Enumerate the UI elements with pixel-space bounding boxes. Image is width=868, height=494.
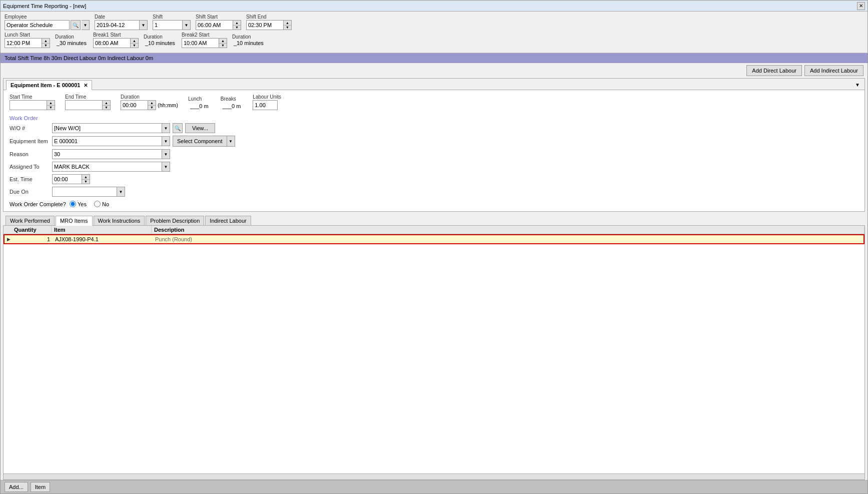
start-time-up[interactable]: ▲ (47, 101, 55, 106)
lunch-start-down[interactable]: ▼ (42, 44, 50, 48)
break2-start-down[interactable]: ▼ (219, 44, 227, 48)
select-component-dropdown-icon[interactable]: ▼ (227, 136, 235, 147)
est-time-input[interactable] (52, 174, 82, 184)
assigned-to-input[interactable] (52, 162, 162, 172)
reason-row: Reason ▼ (10, 149, 858, 159)
equipment-content: Start Time ▲ ▼ End Time ▲ (4, 90, 864, 211)
break2-start-up[interactable]: ▲ (219, 39, 227, 44)
footer-item-button[interactable]: Item (31, 482, 50, 492)
bottom-tab-indirect-labour[interactable]: Indirect Labour (205, 216, 251, 225)
bottom-tab-work-instructions[interactable]: Work Instructions (94, 216, 145, 225)
due-on-input[interactable] (52, 187, 117, 197)
shift-start-down[interactable]: ▼ (233, 26, 241, 30)
work-order-label[interactable]: Work Order (10, 115, 858, 121)
equipment-item-input[interactable] (52, 136, 162, 146)
break1-start-input[interactable] (93, 38, 131, 48)
date-input-area: ▼ (95, 20, 148, 30)
break1-start-down[interactable]: ▼ (131, 44, 138, 48)
reason-input[interactable] (52, 149, 162, 159)
equipment-item-dropdown-icon[interactable]: ▼ (162, 136, 170, 146)
wo-complete-yes-radio[interactable]: Yes (70, 201, 87, 207)
duration-label: Duration (121, 94, 178, 100)
shift-input-area: ▼ (153, 20, 191, 30)
wo-complete-radio-group: Yes No (70, 201, 109, 207)
date-input[interactable] (95, 20, 140, 30)
bottom-tab-work-performed[interactable]: Work Performed (6, 216, 55, 225)
duration-up[interactable]: ▲ (148, 101, 156, 106)
break1-duration-label: Duration (144, 34, 177, 40)
break1-start-up[interactable]: ▲ (131, 39, 138, 44)
grid-col-description: Description (152, 226, 864, 234)
due-on-dropdown-icon[interactable]: ▼ (117, 187, 125, 197)
shift-start-up[interactable]: ▲ (233, 21, 241, 26)
grid-header-row: Quantity Item Description (4, 226, 864, 234)
select-component-area: Select Component ▼ (173, 136, 235, 147)
date-dropdown-icon[interactable]: ▼ (140, 20, 148, 30)
shift-end-up[interactable]: ▲ (284, 21, 291, 26)
duration-unit-label: (hh:mm) (158, 102, 178, 108)
employee-dropdown-icon[interactable]: ▼ (82, 20, 90, 30)
shift-end-input[interactable] (246, 20, 284, 30)
end-time-down[interactable]: ▼ (103, 106, 110, 110)
tab-panel-dropdown-icon[interactable]: ▼ (853, 81, 862, 89)
date-label: Date (95, 14, 148, 20)
lunch-start-spinner[interactable]: ▲ ▼ (42, 38, 50, 48)
wo-complete-yes-input[interactable] (70, 201, 76, 207)
break1-start-spinner[interactable]: ▲ ▼ (131, 38, 139, 48)
est-time-row: Est. Time ▲ ▼ (10, 174, 858, 184)
reason-dropdown-icon[interactable]: ▼ (162, 149, 170, 159)
end-time-up[interactable]: ▲ (103, 101, 110, 106)
lunch-start-up[interactable]: ▲ (42, 39, 50, 44)
start-time-spinner[interactable]: ▲ ▼ (47, 100, 55, 110)
duration-input[interactable] (121, 100, 148, 110)
assigned-to-dropdown-icon[interactable]: ▼ (162, 162, 170, 172)
shift-end-down[interactable]: ▼ (284, 26, 291, 30)
equipment-tab[interactable]: Equipment Item - E 000001 ✕ (6, 80, 92, 90)
footer-add-button[interactable]: Add... (5, 482, 28, 492)
shift-end-field-group: Shift End ▲ ▼ (246, 14, 292, 30)
wo-complete-no-radio[interactable]: No (94, 201, 109, 207)
est-time-label: Est. Time (10, 176, 50, 182)
shift-end-spinner[interactable]: ▲ ▼ (284, 20, 292, 30)
shift-start-spinner[interactable]: ▲ ▼ (233, 20, 241, 30)
shift-field-group: Shift ▼ (153, 14, 191, 30)
title-bar: Equipment Time Reporting - [new] ✕ (1, 1, 867, 12)
table-row[interactable]: ▶ 1 AJX08-1990-P4.1 Punch (Round) (4, 234, 864, 244)
est-time-up[interactable]: ▲ (82, 175, 90, 180)
shift-start-input[interactable] (196, 20, 233, 30)
wo-complete-no-input[interactable] (94, 201, 101, 207)
break2-start-input[interactable] (182, 38, 219, 48)
start-time-down[interactable]: ▼ (47, 106, 55, 110)
est-time-spinner[interactable]: ▲ ▼ (82, 174, 90, 184)
close-button[interactable]: ✕ (857, 2, 865, 10)
equipment-tab-close-icon[interactable]: ✕ (84, 83, 88, 88)
equipment-tab-panel: Equipment Item - E 000001 ✕ ▼ Start Time… (3, 78, 865, 212)
end-time-input[interactable] (65, 100, 103, 110)
duration-field: Duration ▲ ▼ (hh:mm) (121, 94, 178, 110)
employee-search-icon[interactable]: 🔍 (71, 20, 81, 30)
est-time-down[interactable]: ▼ (82, 180, 90, 184)
labour-units-input[interactable] (253, 100, 278, 110)
breaks-field: Breaks ___0 m (221, 96, 243, 110)
employee-input[interactable] (5, 20, 70, 30)
wo-number-dropdown-icon[interactable]: ▼ (162, 123, 170, 133)
break2-duration-field-group: Duration _10 minutes (232, 34, 265, 46)
wo-search-icon[interactable]: 🔍 (173, 123, 183, 133)
lunch-start-input[interactable] (5, 38, 42, 48)
shift-input[interactable] (153, 20, 183, 30)
horizontal-scrollbar[interactable] (3, 474, 865, 480)
select-component-button[interactable]: Select Component (173, 136, 227, 147)
add-indirect-labour-button[interactable]: Add Indirect Labour (804, 65, 863, 76)
end-time-spinner[interactable]: ▲ ▼ (103, 100, 111, 110)
add-direct-labour-button[interactable]: Add Direct Labour (746, 65, 802, 76)
break2-start-spinner[interactable]: ▲ ▼ (219, 38, 227, 48)
shift-dropdown-icon[interactable]: ▼ (183, 20, 191, 30)
duration-down[interactable]: ▼ (148, 106, 156, 110)
view-button[interactable]: View... (185, 123, 215, 133)
header-form: Employee 🔍 ▼ Date ▼ Shift ▼ (1, 12, 867, 53)
bottom-tab-mro-items[interactable]: MRO Items (56, 216, 93, 226)
wo-number-input[interactable] (52, 123, 162, 133)
duration-spinner[interactable]: ▲ ▼ (148, 100, 156, 110)
bottom-tab-problem-description[interactable]: Problem Description (146, 216, 204, 225)
start-time-input[interactable] (10, 100, 47, 110)
